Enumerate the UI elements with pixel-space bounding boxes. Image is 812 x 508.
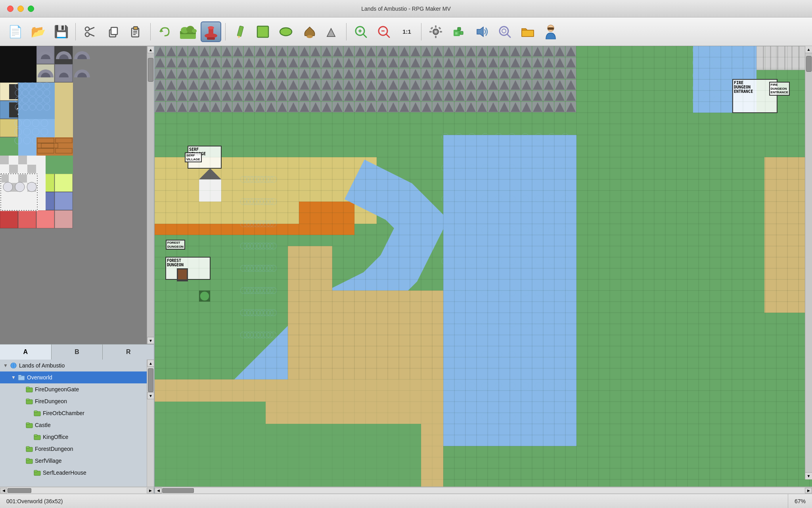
gear-icon bbox=[429, 25, 443, 39]
tree-label-fireorbchamber: FireOrbChamber bbox=[43, 410, 84, 416]
cut-button[interactable] bbox=[80, 21, 100, 42]
map-tree-scrollbar[interactable]: ▲ ▼ bbox=[147, 360, 154, 487]
tree-icon-castle bbox=[25, 421, 33, 429]
tree-label-root: Lands of Ambustio bbox=[19, 362, 65, 369]
tree-item-firedungeon[interactable]: FireDungeon bbox=[0, 395, 147, 407]
shadow-pen-button[interactable] bbox=[322, 21, 342, 42]
palette-scrollbar[interactable]: ▲ ▼ bbox=[147, 46, 154, 344]
pencil-button[interactable] bbox=[230, 21, 250, 42]
palette-scroll-thumb[interactable] bbox=[148, 58, 153, 82]
editor-vscroll-thumb[interactable] bbox=[806, 56, 812, 72]
map-tree-container: ▼Lands of Ambustio▼ Overworld FireDungeo… bbox=[0, 360, 154, 487]
undo-button[interactable] bbox=[155, 21, 175, 42]
event-forest-dungeon[interactable]: FORESTDUNGEON bbox=[166, 240, 185, 250]
svg-rect-21 bbox=[237, 25, 243, 37]
preview-button[interactable] bbox=[494, 21, 515, 42]
separator-4 bbox=[346, 23, 347, 40]
tree-scroll-thumb[interactable] bbox=[148, 368, 153, 392]
rectangle-icon bbox=[256, 25, 270, 39]
settings-button[interactable] bbox=[425, 21, 446, 42]
tree-item-kingoffice[interactable]: KingOffice bbox=[0, 431, 147, 443]
open-folder-button[interactable] bbox=[517, 21, 538, 42]
tree-label-castle: Castle bbox=[35, 422, 51, 428]
tree-scroll-down[interactable]: ▼ bbox=[147, 392, 154, 399]
ellipse-button[interactable] bbox=[276, 21, 296, 42]
editor-scroll-up[interactable]: ▲ bbox=[805, 46, 812, 53]
plugin-button[interactable] bbox=[448, 21, 469, 42]
tree-item-firedungeongate[interactable]: FireDungeonGate bbox=[0, 383, 147, 395]
open-button[interactable]: 📂 bbox=[28, 21, 48, 42]
svg-rect-20 bbox=[207, 37, 215, 40]
svg-point-16 bbox=[192, 29, 197, 33]
editor-right-scrollbar[interactable]: ▲ ▼ bbox=[805, 46, 812, 479]
svg-rect-40 bbox=[438, 27, 441, 29]
svg-rect-67 bbox=[26, 446, 29, 448]
rectangle-button[interactable] bbox=[253, 21, 273, 42]
tree-scroll-right[interactable]: ▶ bbox=[147, 488, 154, 493]
editor-scroll-down[interactable]: ▼ bbox=[805, 472, 812, 479]
tile-palette[interactable] bbox=[0, 46, 154, 344]
tree-scroll-up[interactable]: ▲ bbox=[147, 360, 154, 367]
save-button[interactable]: 💾 bbox=[51, 21, 71, 42]
tree-label-firedungeon: FireDungeon bbox=[35, 398, 67, 404]
new-icon: 📄 bbox=[8, 25, 23, 38]
separator-2 bbox=[150, 23, 151, 40]
close-button[interactable] bbox=[7, 6, 13, 12]
stamp-icon bbox=[203, 23, 219, 40]
svg-rect-57 bbox=[26, 387, 29, 389]
tree-scroll-left[interactable]: ◀ bbox=[0, 488, 7, 493]
tree-icon-serfvillage bbox=[25, 457, 33, 465]
editor-bottom-scroll[interactable]: ◀ ▶ bbox=[155, 487, 812, 494]
paste-button[interactable] bbox=[126, 21, 146, 42]
event-tool-button[interactable] bbox=[201, 21, 221, 42]
tree-item-root[interactable]: ▼Lands of Ambustio bbox=[0, 360, 147, 371]
tree-item-serfleaderhouse[interactable]: SerfLeaderHouse bbox=[0, 467, 147, 479]
separator-1 bbox=[75, 23, 76, 40]
event-fire-dungeon-entrance[interactable]: FIREDUNGEONENTRANCE bbox=[769, 82, 790, 96]
terrain-icon bbox=[179, 23, 197, 40]
zoom-in-button[interactable] bbox=[350, 21, 371, 42]
fill-button[interactable] bbox=[299, 21, 319, 42]
editor-scroll-left[interactable]: ◀ bbox=[155, 488, 162, 493]
svg-rect-51 bbox=[548, 27, 554, 30]
svg-rect-5 bbox=[111, 27, 117, 35]
tree-bottom-scroll[interactable]: ◀ ▶ bbox=[0, 487, 154, 494]
svg-rect-37 bbox=[429, 31, 432, 33]
event-serf-village[interactable]: SERFVILLAGE bbox=[185, 152, 202, 162]
character-button[interactable] bbox=[540, 21, 561, 42]
svg-rect-69 bbox=[26, 458, 29, 460]
status-map-info: 001:Overworld (36x52) bbox=[0, 494, 788, 508]
zoom-reset-button[interactable]: 1:1 bbox=[396, 21, 417, 42]
maximize-button[interactable] bbox=[28, 6, 34, 12]
palette-scroll-up[interactable]: ▲ bbox=[147, 46, 154, 53]
tree-label-firedungeongate: FireDungeonGate bbox=[35, 386, 79, 393]
palette-scroll-down[interactable]: ▼ bbox=[147, 337, 154, 344]
minimize-button[interactable] bbox=[17, 6, 24, 12]
svg-rect-23 bbox=[257, 26, 268, 37]
tree-item-overworld[interactable]: ▼ Overworld bbox=[0, 371, 147, 383]
open-icon: 📂 bbox=[31, 25, 46, 38]
tree-hscroll-thumb[interactable] bbox=[8, 488, 31, 493]
redo-button[interactable] bbox=[178, 21, 198, 42]
svg-rect-59 bbox=[26, 399, 29, 400]
zoom-out-button[interactable] bbox=[373, 21, 394, 42]
status-bar: 001:Overworld (36x52) 67% bbox=[0, 494, 812, 508]
tab-b[interactable]: B bbox=[52, 344, 103, 360]
editor-hscroll-thumb[interactable] bbox=[162, 488, 194, 493]
map-canvas[interactable] bbox=[155, 46, 812, 487]
tree-item-fireorbchamber[interactable]: FireOrbChamber bbox=[0, 407, 147, 419]
copy-button[interactable] bbox=[103, 21, 123, 42]
tree-item-serfvillage[interactable]: SerfVillage bbox=[0, 455, 147, 467]
tile-palette-container: ▲ ▼ bbox=[0, 46, 154, 344]
tree-label-kingoffice: KingOffice bbox=[43, 434, 68, 440]
tab-a[interactable]: A bbox=[0, 344, 52, 360]
new-button[interactable]: 📄 bbox=[5, 21, 25, 42]
map-editor[interactable]: SERFVILLAGE FIREDUNGEONENTRANCE FORESTDU… bbox=[155, 46, 812, 487]
audio-button[interactable] bbox=[471, 21, 492, 42]
svg-point-24 bbox=[280, 28, 292, 36]
tree-item-castle[interactable]: Castle bbox=[0, 419, 147, 431]
editor-scroll-right[interactable]: ▶ bbox=[805, 488, 812, 493]
tab-r[interactable]: R bbox=[103, 344, 154, 360]
tree-item-forestdungeon[interactable]: ForestDungeon bbox=[0, 443, 147, 455]
svg-rect-42 bbox=[458, 27, 461, 31]
